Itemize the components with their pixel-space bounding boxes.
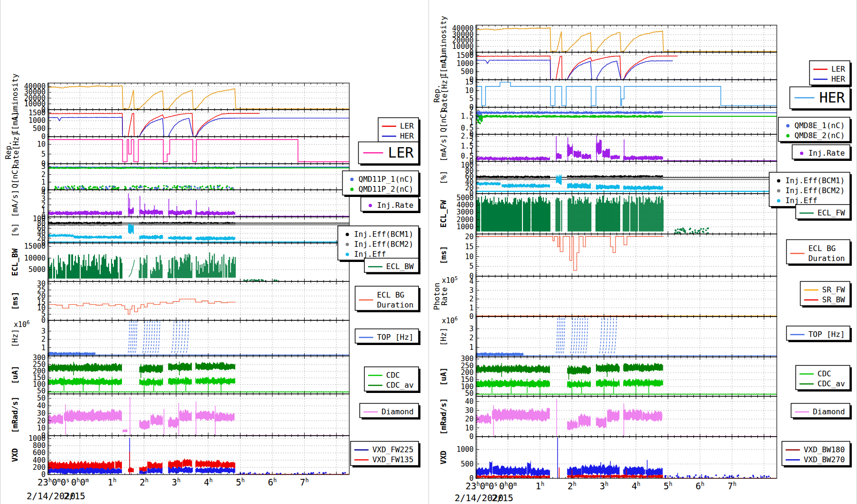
y-axis-label: ECL_BW bbox=[10, 248, 19, 276]
legend-entry-label: Duration bbox=[808, 254, 845, 263]
legend-entry-label: Inj.Rate bbox=[808, 149, 845, 158]
series-layer bbox=[476, 196, 709, 234]
legend-entry-label: SR_BW bbox=[822, 295, 846, 304]
subplot--mA-s-: 43210[mA/s] bbox=[10, 188, 349, 221]
gridlines bbox=[476, 276, 777, 317]
legend-HER: HER bbox=[790, 87, 852, 111]
y-tick-labels: 20151050 bbox=[465, 233, 474, 280]
legend-entry-label: ECL BG bbox=[808, 244, 836, 253]
svg-text:500: 500 bbox=[461, 67, 474, 76]
y-axis-label: [mA/s] bbox=[10, 190, 19, 217]
subplot--: 100806040200[%] bbox=[439, 161, 777, 198]
y-tick-labels: 100806040200 bbox=[461, 161, 474, 198]
legend-entry-label: Inj.Eff(BCM1) bbox=[785, 176, 845, 185]
legend-entry-label: QMD11P_2(nC) bbox=[359, 185, 414, 194]
plot-frame bbox=[48, 320, 349, 356]
legend-entry-label: LER bbox=[388, 144, 414, 161]
y-axis-label: Rate[Hz] bbox=[440, 75, 449, 112]
subplot-VXD: 10005000VXD bbox=[439, 437, 777, 483]
svg-text:1: 1 bbox=[469, 343, 474, 352]
gridlines bbox=[48, 281, 349, 320]
series-layer bbox=[476, 236, 663, 271]
y-tick-labels: 321 bbox=[41, 327, 46, 352]
y-tick-labels: 50403020100 bbox=[37, 394, 46, 440]
plot-frame bbox=[476, 80, 777, 107]
series-layer bbox=[48, 362, 349, 392]
legend-TOP-Hz-: TOP [Hz] bbox=[786, 326, 852, 342]
svg-text:15: 15 bbox=[465, 78, 474, 86]
left-monitor-chart: 400003000020000100000Luminosity150010005… bbox=[0, 0, 429, 504]
plot-frame bbox=[476, 234, 777, 276]
legend-entry-label: Duration bbox=[377, 300, 413, 309]
y-tick-labels: 30025020015010050 bbox=[33, 354, 46, 395]
y-tick-labels: 403020100 bbox=[465, 397, 474, 441]
series-layer bbox=[48, 397, 349, 436]
y-tick-labels: 50004000300020001000 bbox=[456, 194, 474, 231]
y-tick-labels: 30025020015010050 bbox=[461, 355, 474, 398]
y-tick-labels: 321 bbox=[469, 325, 474, 352]
legend-entry-label: Inj.Eff(BCM1) bbox=[354, 230, 413, 239]
y-axis-label: [%] bbox=[439, 171, 448, 185]
legend-entry-label: QMD8E_1(nC) bbox=[794, 121, 845, 130]
legend-VXD-FW225: VXD_FW225VXD_FW135 bbox=[351, 441, 420, 467]
legend-entry-label: SR_FW bbox=[822, 285, 846, 294]
legend-Inj-Rate: Inj.Rate bbox=[361, 197, 420, 213]
svg-text:10: 10 bbox=[465, 252, 474, 261]
svg-text:2: 2 bbox=[469, 295, 474, 303]
y-tick-labels: 43210 bbox=[469, 277, 474, 321]
y-axis-label: [mA/s] bbox=[439, 134, 448, 162]
legend-entry-label: QMD11P_1(nC) bbox=[359, 175, 414, 184]
legend-Diamond: Diamond bbox=[360, 403, 420, 420]
axis-ticks bbox=[48, 320, 343, 356]
panel-left: 400003000020000100000Luminosity150010005… bbox=[0, 0, 428, 504]
plot-frame bbox=[48, 356, 349, 394]
gridlines bbox=[476, 357, 777, 396]
svg-text:20: 20 bbox=[465, 415, 474, 423]
legend-ECL-FW: ECL_FW bbox=[796, 205, 852, 221]
series-layer bbox=[476, 438, 777, 479]
series-layer bbox=[476, 316, 777, 317]
x-tick-label: 4h bbox=[632, 481, 641, 491]
y-axis-label: Rate bbox=[440, 287, 449, 306]
y-axis-label: [Hz] bbox=[10, 329, 19, 347]
subplot-I-mA-: 150010005000I[mA] bbox=[439, 51, 777, 84]
x-tick-label: 4h bbox=[204, 477, 213, 487]
series-layer bbox=[48, 86, 349, 109]
gridlines bbox=[476, 107, 777, 134]
legend-entry-label: HER bbox=[400, 131, 414, 140]
subplot-Rep-Rate-Hz-: 151050Rep.Rate[Hz] bbox=[432, 75, 777, 112]
subplot--: 100806040200[%] bbox=[10, 215, 349, 247]
y-axis-label: VXD bbox=[439, 451, 448, 465]
svg-text:4: 4 bbox=[469, 277, 474, 286]
subplot-VXD: 10008006004002000VXD bbox=[10, 434, 349, 479]
legend-entry-label: QMD8E_2(nC) bbox=[794, 131, 845, 140]
subplot--mRad-s-: 403020100[mRad/s] bbox=[439, 396, 777, 441]
axis-scale-note: x106 bbox=[442, 316, 458, 325]
plot-frame bbox=[476, 357, 777, 396]
x-tick-label: 6h bbox=[696, 481, 705, 491]
x-tick-label: 0h0m bbox=[499, 481, 517, 491]
svg-text:1000: 1000 bbox=[456, 59, 474, 68]
svg-text:10: 10 bbox=[465, 424, 474, 432]
x-tick-label: 3h bbox=[172, 477, 181, 487]
legend-ECL-BW: ECL_BW bbox=[364, 258, 420, 274]
y-axis-label: I[mA] bbox=[10, 112, 19, 134]
y-axis-label: [mRad/s] bbox=[439, 398, 448, 435]
y-axis-label: Rate[Hz] bbox=[11, 132, 20, 168]
gridlines bbox=[48, 137, 349, 164]
series-layer bbox=[476, 399, 777, 437]
svg-text:2: 2 bbox=[41, 335, 46, 344]
svg-text:10000: 10000 bbox=[24, 254, 46, 262]
svg-text:40: 40 bbox=[465, 397, 474, 406]
plot-frame bbox=[48, 281, 349, 320]
x-tick-label: 7h bbox=[727, 481, 736, 491]
svg-text:1: 1 bbox=[469, 304, 474, 312]
series-layer bbox=[48, 438, 349, 476]
legend-entry-label: ECL BG bbox=[377, 290, 404, 299]
subplot--uA-: 30025020015010050[uA] bbox=[10, 354, 349, 395]
svg-text:3: 3 bbox=[41, 327, 46, 336]
axis-scale-note: x105 bbox=[442, 275, 458, 285]
legend-CDC: CDCCDC_av bbox=[364, 367, 420, 393]
svg-text:500: 500 bbox=[461, 460, 474, 468]
legend-entry-label: HER bbox=[819, 89, 845, 106]
